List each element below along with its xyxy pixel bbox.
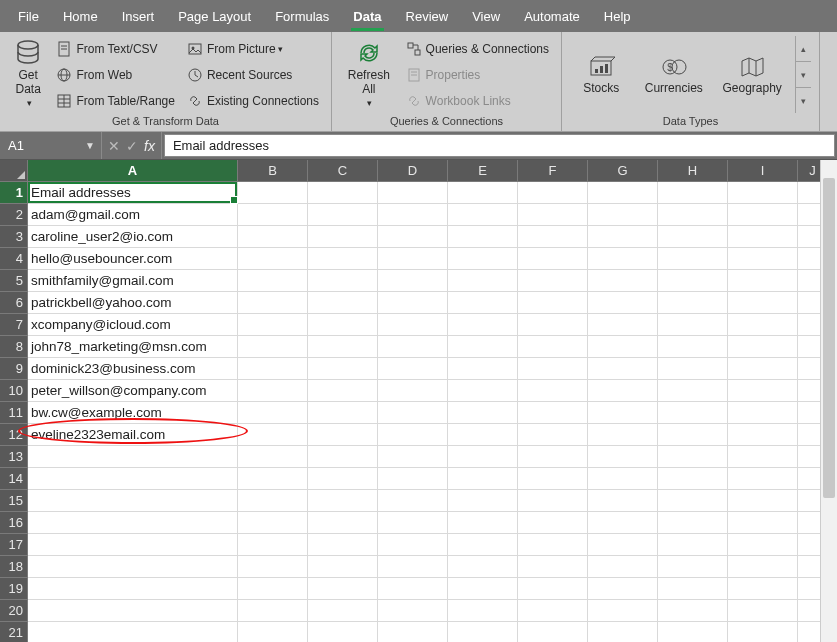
cell-C17[interactable] [308, 534, 378, 556]
cell-I12[interactable] [728, 424, 798, 446]
cell-I11[interactable] [728, 402, 798, 424]
tab-insert[interactable]: Insert [110, 0, 167, 32]
cell-F18[interactable] [518, 556, 588, 578]
cell-F15[interactable] [518, 490, 588, 512]
cell-G6[interactable] [588, 292, 658, 314]
cell-I19[interactable] [728, 578, 798, 600]
cell-A2[interactable]: adam@gmail.com [28, 204, 238, 226]
from-table-range-button[interactable]: From Table/Range [52, 89, 179, 113]
row-header-18[interactable]: 18 [0, 556, 28, 578]
cell-A17[interactable] [28, 534, 238, 556]
tab-view[interactable]: View [460, 0, 512, 32]
cell-H9[interactable] [658, 358, 728, 380]
cell-F14[interactable] [518, 468, 588, 490]
cell-G10[interactable] [588, 380, 658, 402]
cell-B6[interactable] [238, 292, 308, 314]
cell-E2[interactable] [448, 204, 518, 226]
column-header-D[interactable]: D [378, 160, 448, 182]
cell-G21[interactable] [588, 622, 658, 642]
cell-E21[interactable] [448, 622, 518, 642]
cell-E18[interactable] [448, 556, 518, 578]
cell-H11[interactable] [658, 402, 728, 424]
cell-F16[interactable] [518, 512, 588, 534]
cell-C3[interactable] [308, 226, 378, 248]
tab-help[interactable]: Help [592, 0, 643, 32]
row-header-2[interactable]: 2 [0, 204, 28, 226]
cell-C9[interactable] [308, 358, 378, 380]
cell-A19[interactable] [28, 578, 238, 600]
cell-H2[interactable] [658, 204, 728, 226]
cell-G14[interactable] [588, 468, 658, 490]
column-header-E[interactable]: E [448, 160, 518, 182]
cell-G5[interactable] [588, 270, 658, 292]
cell-F8[interactable] [518, 336, 588, 358]
column-header-B[interactable]: B [238, 160, 308, 182]
cell-G8[interactable] [588, 336, 658, 358]
cell-F2[interactable] [518, 204, 588, 226]
cell-A11[interactable]: bw.cw@example.com [28, 402, 238, 424]
cell-I15[interactable] [728, 490, 798, 512]
cell-E11[interactable] [448, 402, 518, 424]
cell-G1[interactable] [588, 182, 658, 204]
cell-B1[interactable] [238, 182, 308, 204]
datatypes-prev-button[interactable]: ▴ [796, 36, 811, 61]
cell-D11[interactable] [378, 402, 448, 424]
cell-D7[interactable] [378, 314, 448, 336]
cell-F20[interactable] [518, 600, 588, 622]
row-header-21[interactable]: 21 [0, 622, 28, 642]
cell-B11[interactable] [238, 402, 308, 424]
cell-B10[interactable] [238, 380, 308, 402]
cell-H12[interactable] [658, 424, 728, 446]
cell-F21[interactable] [518, 622, 588, 642]
cell-D12[interactable] [378, 424, 448, 446]
cell-D13[interactable] [378, 446, 448, 468]
row-header-10[interactable]: 10 [0, 380, 28, 402]
cell-E8[interactable] [448, 336, 518, 358]
cell-H5[interactable] [658, 270, 728, 292]
cell-G15[interactable] [588, 490, 658, 512]
cell-I14[interactable] [728, 468, 798, 490]
cell-H3[interactable] [658, 226, 728, 248]
row-header-1[interactable]: 1 [0, 182, 28, 204]
cell-E4[interactable] [448, 248, 518, 270]
cell-A21[interactable] [28, 622, 238, 642]
cells-area[interactable]: Email addressesadam@gmail.comcaroline_us… [28, 182, 828, 642]
cell-I5[interactable] [728, 270, 798, 292]
cell-G19[interactable] [588, 578, 658, 600]
cell-H19[interactable] [658, 578, 728, 600]
cell-E14[interactable] [448, 468, 518, 490]
cell-B13[interactable] [238, 446, 308, 468]
cell-C12[interactable] [308, 424, 378, 446]
row-header-19[interactable]: 19 [0, 578, 28, 600]
cell-B17[interactable] [238, 534, 308, 556]
cell-H1[interactable] [658, 182, 728, 204]
scrollbar-thumb[interactable] [823, 178, 835, 498]
cell-I21[interactable] [728, 622, 798, 642]
cell-D8[interactable] [378, 336, 448, 358]
cell-I6[interactable] [728, 292, 798, 314]
cell-D4[interactable] [378, 248, 448, 270]
row-header-5[interactable]: 5 [0, 270, 28, 292]
geography-button[interactable]: Geography [715, 55, 789, 95]
cell-C11[interactable] [308, 402, 378, 424]
cell-C21[interactable] [308, 622, 378, 642]
currencies-button[interactable]: $ Currencies [639, 55, 709, 95]
cell-B21[interactable] [238, 622, 308, 642]
cell-I17[interactable] [728, 534, 798, 556]
tab-formulas[interactable]: Formulas [263, 0, 341, 32]
cell-C6[interactable] [308, 292, 378, 314]
cell-B3[interactable] [238, 226, 308, 248]
cell-F5[interactable] [518, 270, 588, 292]
cell-D10[interactable] [378, 380, 448, 402]
cell-C10[interactable] [308, 380, 378, 402]
cell-I8[interactable] [728, 336, 798, 358]
row-header-12[interactable]: 12 [0, 424, 28, 446]
cell-D15[interactable] [378, 490, 448, 512]
cell-G20[interactable] [588, 600, 658, 622]
cell-A9[interactable]: dominick23@business.com [28, 358, 238, 380]
cell-D19[interactable] [378, 578, 448, 600]
cell-D9[interactable] [378, 358, 448, 380]
cell-A16[interactable] [28, 512, 238, 534]
cell-I2[interactable] [728, 204, 798, 226]
cell-H17[interactable] [658, 534, 728, 556]
